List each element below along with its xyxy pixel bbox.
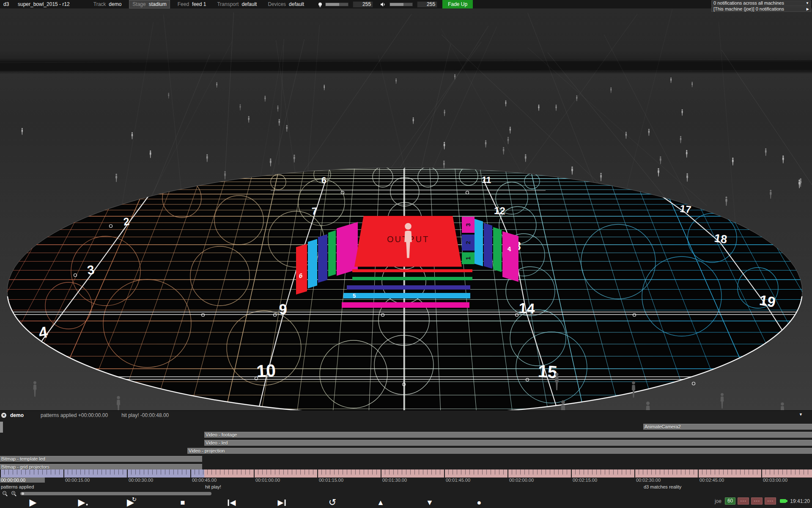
close-icon[interactable]: ✕ (1, 413, 6, 418)
ruler-tick (224, 469, 225, 475)
brightness-slider[interactable] (325, 3, 348, 6)
track-bar[interactable]: Bitmap - grid projectors (0, 464, 202, 470)
ruler-tick (292, 469, 292, 475)
ruler-tick (220, 469, 220, 475)
ruler-tick (13, 469, 13, 475)
ruler-tick (72, 469, 72, 475)
section-down-button[interactable]: ▼ (426, 497, 433, 508)
zoom-out-icon[interactable]: − (3, 491, 6, 495)
ruler-timestamp: 00:02:00.00 (509, 478, 534, 483)
ruler-tick (672, 469, 673, 475)
system-status: joe 60 --- --- --- 19:41:20 (715, 497, 810, 505)
ruler-tick (398, 469, 398, 475)
skip-to-start-button[interactable]: ◀ (228, 497, 236, 508)
menu-devices[interactable]: Devicesdefault (264, 0, 307, 8)
track-bar[interactable]: Bitmap - template led (0, 456, 202, 462)
ruler-tick (195, 469, 195, 475)
section-up-button[interactable]: ▲ (377, 497, 384, 508)
track-bar[interactable]: Video - footage (204, 432, 812, 438)
timeline-status-row: ✕ demo patterns applied +00:00:00.00 hit… (0, 411, 812, 420)
volume-slider[interactable] (390, 3, 413, 6)
ruler-tick (8, 469, 9, 475)
scrollbar-handle[interactable] (22, 492, 24, 495)
notifications-all-machines[interactable]: 0 notifications across all machines ▼ (711, 0, 811, 6)
menu-stage[interactable]: Stagestadium (129, 0, 170, 8)
field-number: 6 (321, 175, 326, 185)
menu-value: demo (109, 1, 121, 7)
play-section-button[interactable]: ▶ (78, 497, 88, 508)
ruler-timestamp: 00:01:30.00 (382, 478, 407, 483)
return-to-start-button[interactable]: ↺ (329, 497, 336, 508)
ruler-tick (562, 469, 563, 475)
brightness-value[interactable]: 255 (353, 1, 373, 8)
timeline-scrollbar[interactable] (20, 492, 211, 495)
ruler-tick (482, 469, 483, 475)
track-bar[interactable]: AnimateCamera2 (643, 424, 812, 430)
ruler-tick (123, 469, 123, 475)
timeline-left-handle[interactable] (0, 422, 3, 433)
stage-viewport[interactable]: 234679101112131415171819 6 OUTPUT 3 2 1 (0, 8, 812, 410)
led-panel: 3 (462, 217, 475, 233)
ruler-tick (300, 469, 301, 475)
ruler-tick (419, 469, 419, 475)
ruler-tick (355, 469, 356, 475)
ruler-tick (258, 469, 258, 475)
play-loop-button[interactable]: ▶↻ (127, 497, 140, 508)
field-number: 17 (679, 203, 692, 215)
ruler-tick (271, 469, 271, 475)
ruler-tick (503, 469, 504, 475)
ruler-tick (499, 469, 499, 475)
fade-up-button[interactable]: Fade Up (442, 0, 473, 8)
ruler-tick (423, 469, 423, 475)
ruler-tick (626, 469, 626, 475)
ruler-tick (799, 469, 800, 475)
menu-label: Track (93, 1, 106, 7)
menu-track[interactable]: Trackdemo (90, 0, 125, 8)
ruler-tick (656, 469, 656, 475)
project-title: super_bowl_2015 - r12 (18, 1, 70, 7)
active-track-name[interactable]: demo (10, 412, 24, 418)
username: joe (715, 498, 721, 504)
volume-value[interactable]: 255 (417, 1, 437, 8)
ruler-tick (97, 469, 98, 475)
battery-icon (780, 499, 786, 503)
panel-number: 1 (465, 257, 472, 260)
led-panel: 6 (296, 244, 307, 295)
ruler-tick (148, 469, 148, 475)
ruler-tick (93, 469, 93, 475)
stop-button[interactable]: ■ (181, 497, 185, 508)
menu-transport[interactable]: Transportdefault (214, 0, 260, 8)
play-button[interactable]: ▶ (30, 497, 37, 508)
notifications-this-machine[interactable]: [This machine (joe)] 0 notifications ▶ (711, 6, 811, 12)
menu-feed[interactable]: Feedfeed 1 (174, 0, 210, 8)
ruler-tick (250, 469, 250, 475)
record-button[interactable]: ● (477, 497, 482, 508)
ruler-tick (647, 469, 647, 475)
track-bar[interactable]: Video - led (204, 440, 812, 446)
timeline-ruler[interactable] (0, 469, 812, 478)
ruler-timestamp: 00:01:00.00 (255, 478, 280, 483)
ruler-tick (765, 469, 766, 475)
ruler-tick (140, 469, 140, 475)
timeline-timestamps: 00:00:00.0000:00:15.0000:00:30.0000:00:4… (0, 478, 812, 484)
ruler-tick (410, 469, 411, 475)
ruler-tick (744, 469, 745, 475)
fps-indicator: 60 (725, 497, 735, 505)
ruler-tick (351, 469, 351, 475)
patterns-applied-status: patterns applied +00:00:00.00 (41, 412, 108, 418)
hit-play-status: hit play! -00:00:48.00 (121, 412, 169, 418)
stage-left-wing: 6 (296, 220, 359, 303)
skip-to-end-button[interactable]: ▶ (278, 497, 286, 508)
ruler-tick (309, 469, 309, 475)
ruler-tick (85, 469, 85, 475)
ruler-tick (643, 469, 643, 475)
ruler-tick (131, 469, 132, 475)
ruler-tick (715, 469, 715, 475)
stage-right-column: 3 2 1 (462, 217, 475, 268)
track-bar[interactable]: Video - projection (187, 448, 812, 454)
ruler-tick (440, 469, 440, 475)
timeline-dropdown-icon[interactable]: ▼ (799, 412, 803, 417)
zoom-in-icon[interactable]: + (11, 491, 15, 495)
ruler-tick (385, 469, 385, 475)
timeline-annotations: patterns appliedhit play!d3 matches real… (0, 484, 812, 490)
